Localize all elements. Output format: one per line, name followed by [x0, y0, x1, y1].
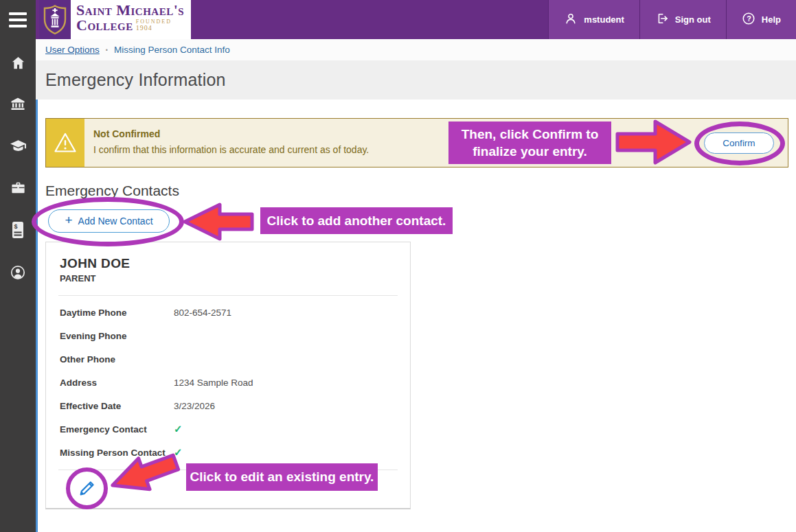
- banner-status-title: Not Confirmed: [93, 128, 369, 139]
- field-row-evening-phone: Evening Phone: [60, 324, 396, 347]
- user-icon[interactable]: [0, 262, 36, 283]
- sidebar: $: [0, 0, 36, 532]
- logo-name-line2: College: [76, 18, 133, 33]
- institution-icon[interactable]: [0, 93, 36, 114]
- content-accent-line: [36, 100, 38, 532]
- shield-chapel-icon: [39, 0, 71, 39]
- page-title: Emergency Information: [45, 70, 226, 90]
- college-logo[interactable]: Saint Michael's College Founded 1904: [39, 0, 191, 39]
- edit-callout: Click to edit an existing entry.: [186, 463, 378, 491]
- sign-out-icon: [655, 12, 669, 27]
- add-new-contact-label: Add New Contact: [78, 216, 153, 227]
- sign-out-button[interactable]: Sign out: [639, 0, 726, 39]
- logo-name-line1: Saint Michael's: [76, 3, 184, 18]
- person-icon: [564, 12, 578, 27]
- breadcrumb-current: Missing Person Contact Info: [114, 45, 230, 55]
- page-title-band: Emergency Information: [36, 60, 796, 100]
- help-button[interactable]: ? Help: [726, 0, 796, 39]
- contact-relationship: PARENT: [60, 273, 396, 284]
- svg-text:?: ?: [747, 14, 751, 23]
- check-icon: ✓: [174, 423, 183, 435]
- confirm-callout: Then, click Confirm to finalize your ent…: [448, 122, 611, 164]
- banner-message: I confirm that this information is accur…: [93, 144, 369, 155]
- contact-name: JOHN DOE: [60, 256, 396, 271]
- add-new-contact-button[interactable]: + Add New Contact: [48, 209, 170, 233]
- field-row-daytime-phone: Daytime Phone 802-654-2571: [60, 301, 396, 324]
- breadcrumb: User Options • Missing Person Contact In…: [36, 39, 796, 60]
- username-label: mstudent: [584, 14, 624, 25]
- field-row-missing-person-contact: Missing Person Contact ✓: [60, 441, 396, 464]
- academics-icon[interactable]: [0, 135, 36, 156]
- logo-founded: Founded 1904: [136, 19, 172, 34]
- employment-icon[interactable]: [0, 177, 36, 198]
- field-row-effective-date: Effective Date 3/23/2026: [60, 394, 396, 417]
- plus-icon: +: [65, 213, 72, 228]
- section-title: Emergency Contacts: [45, 183, 179, 199]
- add-contact-arrow: [183, 202, 254, 242]
- help-icon: ?: [742, 12, 755, 27]
- card-divider: [58, 295, 398, 296]
- home-icon[interactable]: [0, 52, 36, 73]
- breadcrumb-separator: •: [106, 47, 108, 54]
- not-confirmed-banner: Not Confirmed I confirm that this inform…: [45, 118, 788, 167]
- billing-icon[interactable]: $: [0, 220, 36, 240]
- confirm-button[interactable]: Confirm: [704, 132, 774, 154]
- top-header: Saint Michael's College Founded 1904 mst…: [36, 0, 796, 39]
- warning-icon: [46, 119, 84, 167]
- sign-out-label: Sign out: [675, 14, 711, 25]
- field-row-address: Address 1234 Sample Road: [60, 371, 396, 394]
- field-row-emergency-contact: Emergency Contact ✓: [60, 417, 396, 441]
- check-icon: ✓: [174, 446, 183, 459]
- help-label: Help: [762, 14, 781, 25]
- college-logo-text: Saint Michael's College Founded 1904: [71, 0, 191, 39]
- menu-icon[interactable]: [0, 0, 36, 39]
- edit-contact-button[interactable]: [72, 474, 102, 504]
- banner-text: Not Confirmed I confirm that this inform…: [84, 119, 369, 167]
- user-menu-button[interactable]: mstudent: [548, 0, 639, 39]
- breadcrumb-user-options-link[interactable]: User Options: [45, 45, 100, 55]
- pencil-icon: [77, 478, 98, 498]
- field-row-other-phone: Other Phone: [60, 347, 396, 371]
- svg-text:$: $: [14, 223, 18, 230]
- add-contact-callout: Click to add another contact.: [260, 207, 453, 234]
